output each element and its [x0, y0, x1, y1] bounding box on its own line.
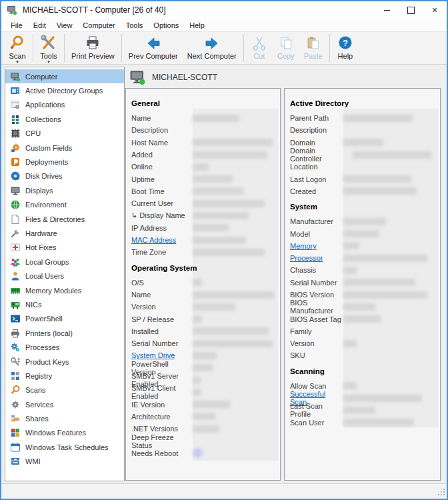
redacted-value	[343, 218, 440, 225]
next-computer-button[interactable]: Next Computer	[183, 32, 241, 64]
resize-grip-icon[interactable]	[437, 488, 445, 497]
sidebar-item-local-groups[interactable]: Local Groups	[5, 255, 124, 269]
info-row: O/S	[131, 277, 280, 289]
computer-name: MICHAEL-SCOTT	[152, 73, 217, 82]
sidebar-item-label: Displays	[25, 187, 53, 195]
sidebar-item-local-users[interactable]: Local Users	[5, 269, 124, 283]
menu-options[interactable]: Options	[148, 20, 184, 31]
menu-help[interactable]: Help	[184, 20, 210, 31]
info-row: SP / Release	[131, 313, 280, 325]
sidebar-item-printers[interactable]: Printers (local)	[5, 326, 124, 340]
help-button[interactable]: ? Help	[332, 32, 359, 64]
scan-button[interactable]: Scan ▾	[4, 32, 31, 64]
maximize-button[interactable]	[399, 1, 423, 19]
sidebar-item-windows-features[interactable]: Windows Features	[5, 426, 124, 440]
info-label: Version	[131, 303, 193, 311]
minimize-icon	[384, 10, 390, 11]
paste-button[interactable]: Paste	[299, 32, 327, 64]
info-row: Family	[290, 325, 440, 337]
sidebar-item-computer[interactable]: Computer	[5, 69, 124, 83]
info-row: Name	[131, 112, 280, 124]
toolbar-separator	[243, 34, 244, 62]
blurred-value	[343, 382, 357, 389]
nics-icon	[10, 299, 21, 310]
redacted-value	[193, 352, 280, 359]
sidebar-item-collections[interactable]: Collections	[5, 112, 124, 126]
local-groups-icon	[10, 257, 21, 267]
redacted-value	[193, 187, 280, 195]
sidebar-item-active-directory-groups[interactable]: Active Directory Groups	[5, 83, 124, 97]
sidebar-item-product-keys[interactable]: Product Keys	[5, 355, 124, 369]
sidebar-item-scans[interactable]: Scans	[5, 383, 124, 397]
blurred-value	[193, 327, 269, 335]
blurred-value	[193, 303, 235, 311]
info-row: Last Logon	[290, 173, 440, 185]
sidebar-item-shares[interactable]: Shares	[5, 411, 124, 425]
sidebar-item-powershell[interactable]: PowerShell	[5, 312, 124, 326]
close-button[interactable]: ×	[423, 1, 447, 19]
sidebar-item-windows-task-schedules[interactable]: Windows Task Schedules	[5, 440, 124, 454]
info-row: Installed	[131, 325, 280, 337]
blurred-value	[193, 340, 273, 347]
sidebar-item-environment[interactable]: Environment	[5, 198, 124, 212]
info-link[interactable]: MAC Address	[131, 236, 193, 244]
info-row: Location	[290, 161, 440, 173]
info-label: Location	[290, 163, 343, 171]
info-label: Online	[131, 163, 193, 171]
info-row: Description	[131, 124, 280, 136]
copy-button[interactable]: Copy	[273, 32, 299, 64]
info-row: IP Address	[131, 222, 280, 234]
sidebar-item-processes[interactable]: Processes	[5, 340, 124, 354]
hot-fixes-icon	[10, 242, 21, 253]
tools-button[interactable]: Tools ▾	[35, 32, 62, 64]
sidebar-item-services[interactable]: Services	[5, 397, 124, 411]
redacted-value	[193, 200, 280, 207]
sidebar-item-label: Registry	[25, 372, 52, 380]
redacted-value	[193, 291, 280, 299]
info-row: Scan User	[290, 417, 440, 429]
minimize-button[interactable]	[375, 1, 399, 19]
print-preview-button[interactable]: Print Preview	[67, 32, 119, 64]
redacted-value	[343, 279, 440, 286]
sidebar-item-files-directories[interactable]: Files & Directories	[5, 212, 124, 226]
sidebar-item-cpu[interactable]: CPU	[5, 127, 124, 141]
sidebar-item-applications[interactable]: Applications	[5, 98, 124, 112]
info-label: Serial Number	[131, 339, 193, 347]
computer-icon	[10, 71, 21, 82]
menu-computer[interactable]: Computer	[77, 20, 120, 31]
redacted-value	[343, 139, 440, 146]
menu-bar: File Edit View Computer Tools Options He…	[1, 19, 447, 31]
info-link[interactable]: Memory	[290, 242, 343, 250]
redacted-value	[193, 163, 280, 171]
info-link[interactable]: System Drive	[131, 351, 193, 359]
redacted-value	[193, 377, 280, 384]
sidebar-item-nics[interactable]: NICs	[5, 297, 124, 311]
sidebar-item-disk-drives[interactable]: Disk Drives	[5, 169, 124, 183]
sidebar-item-custom-fields[interactable]: Custom Fields	[5, 141, 124, 155]
menu-tools[interactable]: Tools	[121, 20, 149, 31]
info-row: Current User	[131, 197, 280, 209]
sidebar-item-memory-modules[interactable]: Memory Modules	[5, 283, 124, 297]
paste-icon	[305, 34, 322, 52]
sidebar-item-displays[interactable]: Displays	[5, 183, 124, 197]
sidebar-item-hardware[interactable]: Hardware	[5, 226, 124, 240]
prev-computer-button[interactable]: Prev Computer	[124, 32, 183, 64]
sidebar-item-hot-fixes[interactable]: Hot Fixes	[5, 241, 124, 255]
redacted-value	[343, 315, 440, 323]
menu-view[interactable]: View	[51, 20, 78, 31]
copy-icon	[277, 34, 295, 52]
menu-file[interactable]: File	[5, 20, 28, 31]
sidebar-item-deployments[interactable]: Deployments	[5, 155, 124, 169]
info-row: Version	[131, 301, 280, 313]
info-label: Boot Time	[131, 187, 193, 195]
redacted-value	[193, 151, 280, 159]
info-label: Host Name	[131, 139, 193, 147]
sidebar: ComputerActive Directory GroupsApplicati…	[5, 67, 125, 481]
toolbar-button-label: Cut	[253, 52, 265, 60]
sidebar-item-registry[interactable]: Registry	[5, 369, 124, 383]
info-row: Needs Reboot	[131, 447, 280, 459]
cut-button[interactable]: Cut	[246, 32, 273, 64]
menu-edit[interactable]: Edit	[28, 20, 51, 31]
info-link[interactable]: Processor	[290, 254, 343, 262]
sidebar-item-wmi[interactable]: WMI	[5, 455, 124, 469]
